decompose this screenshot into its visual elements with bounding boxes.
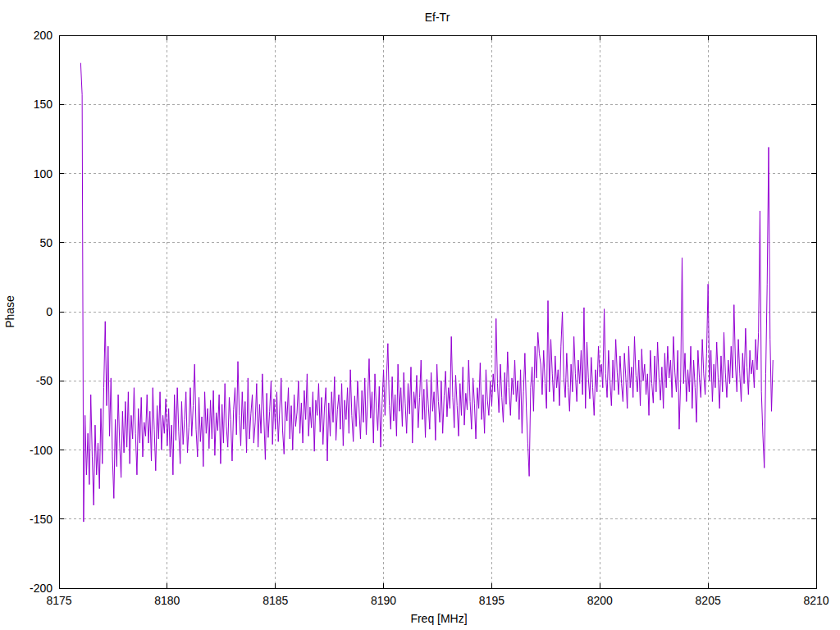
y-tick-label: 0: [46, 305, 52, 318]
x-tick-label: 8210: [803, 594, 829, 607]
phase-trace: [80, 63, 773, 522]
chart-figure: 81758180818581908195820082058210 -200-15…: [0, 0, 840, 630]
x-tick-label: 8185: [262, 594, 288, 607]
x-tick-label: 8175: [46, 594, 71, 607]
y-tick-label: -100: [30, 444, 52, 457]
x-tick-label: 8190: [371, 594, 396, 607]
x-tick-labels: 81758180818581908195820082058210: [46, 594, 829, 607]
y-tick-label: 100: [34, 167, 53, 180]
y-tick-label: -50: [36, 374, 52, 387]
y-tick-label: -200: [30, 582, 52, 595]
plot-canvas: 81758180818581908195820082058210 -200-15…: [0, 0, 840, 630]
grid-lines: [59, 35, 816, 588]
x-tick-label: 8205: [696, 594, 721, 607]
y-tick-label: 150: [34, 98, 53, 111]
y-tick-labels: -200-150-100-50050100150200: [30, 29, 52, 595]
x-tick-label: 8180: [154, 594, 180, 607]
y-tick-label: 50: [39, 236, 52, 249]
y-tick-label: 200: [34, 29, 53, 42]
x-tick-label: 8200: [587, 594, 613, 607]
chart-title: Ef-Tr: [425, 11, 450, 24]
y-axis-label: Phase: [3, 295, 16, 328]
x-tick-label: 8195: [479, 594, 504, 607]
x-axis-label: Freq [MHz]: [410, 612, 467, 625]
y-tick-label: -150: [30, 513, 52, 526]
